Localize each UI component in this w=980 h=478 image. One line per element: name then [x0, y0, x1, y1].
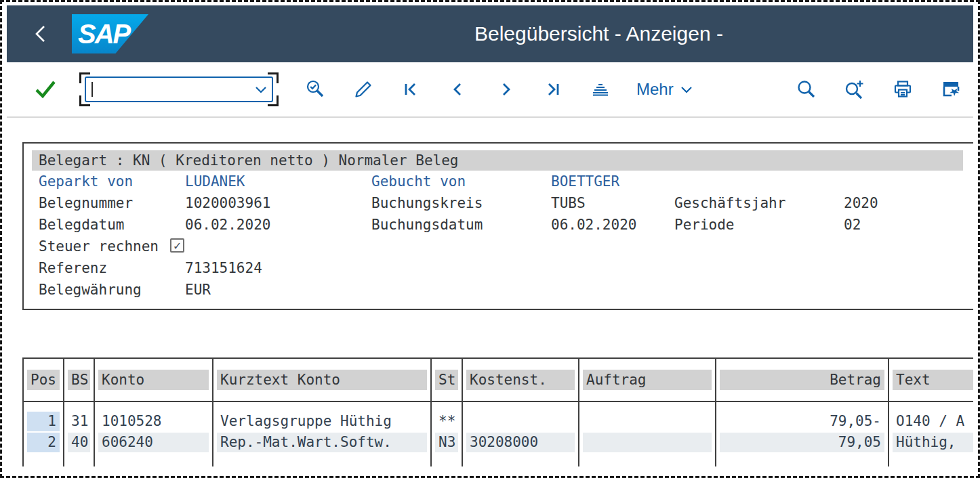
chevron-down-icon	[680, 83, 693, 96]
geparkt-von-value: LUDANEK	[185, 171, 245, 192]
next-page-icon[interactable]	[495, 79, 516, 100]
last-page-icon[interactable]	[543, 79, 563, 100]
cell-text[interactable]: O140 / A	[893, 412, 973, 431]
cell-bs[interactable]: 40	[68, 433, 90, 452]
column-header-kurztext[interactable]: Kurztext Konto	[217, 370, 427, 390]
toolbar: Mehr	[7, 62, 973, 118]
belegwaehrung-value: EUR	[185, 279, 211, 301]
column-header-kostenst[interactable]: Kostenst.	[466, 370, 575, 390]
table-clipped-row	[23, 453, 973, 466]
cell-konto[interactable]: 606240	[98, 433, 209, 452]
find-next-icon[interactable]	[844, 79, 865, 100]
display-overview-icon[interactable]	[306, 79, 326, 100]
column-header-betrag[interactable]: Betrag	[720, 370, 884, 390]
gebucht-von-label: Gebucht von	[371, 171, 466, 192]
cell-auftrag[interactable]	[583, 412, 712, 431]
referenz-label: Referenz	[39, 257, 107, 279]
column-header-bs[interactable]: BS	[68, 370, 90, 390]
geparkt-von-label: Geparkt von	[39, 171, 133, 192]
text-caret	[91, 82, 93, 97]
buchungsdatum-label: Buchungsdatum	[371, 214, 483, 236]
cell-betrag[interactable]: 79,05	[720, 433, 884, 452]
cell-text[interactable]: Hüthig,	[893, 433, 973, 452]
cell-kurztext[interactable]: Verlagsgruppe Hüthig	[217, 412, 427, 431]
cell-betrag[interactable]: 79,05-	[720, 412, 884, 431]
first-page-icon[interactable]	[401, 79, 421, 100]
cell-st[interactable]: N3	[435, 433, 458, 452]
toolbar-right-group	[796, 79, 961, 100]
back-chevron-icon[interactable]	[31, 24, 52, 44]
periode-label: Periode	[674, 214, 735, 236]
steuer-rechnen-checkbox[interactable]: ✓	[170, 238, 184, 253]
sap-logo-text: SAP	[72, 19, 129, 49]
buchungsdatum-value: 06.02.2020	[551, 214, 636, 236]
belegart-line: Belegart : KN ( Kreditoren netto ) Norma…	[32, 150, 963, 171]
cell-auftrag[interactable]	[583, 433, 712, 452]
belegwaehrung-label: Belegwährung	[39, 279, 142, 301]
column-header-auftrag[interactable]: Auftrag	[583, 370, 712, 390]
print-icon[interactable]	[893, 79, 913, 100]
command-field-focus-frame	[79, 72, 279, 106]
gebucht-von-value: BOETTGER	[551, 171, 619, 192]
column-header-text[interactable]: Text	[893, 370, 973, 390]
table-header-row: Pos BS Konto Kurztext Konto St Kostenst.…	[23, 358, 973, 401]
find-icon[interactable]	[796, 79, 817, 100]
table-row: 2 40 606240 Rep.-Mat.Wart.Softw. N3 3020…	[23, 432, 973, 453]
edit-pencil-icon[interactable]	[353, 79, 373, 100]
content-area: Belegart : KN ( Kreditoren netto ) Norma…	[7, 118, 973, 471]
column-header-st[interactable]: St	[435, 370, 458, 390]
table-spacer-row	[23, 401, 973, 411]
cell-konto[interactable]: 1010528	[98, 412, 209, 431]
column-header-konto[interactable]: Konto	[98, 370, 209, 390]
page-title: Belegübersicht - Anzeigen -	[474, 22, 723, 45]
belegdatum-label: Belegdatum	[39, 214, 124, 236]
more-button[interactable]: Mehr	[636, 80, 693, 99]
confirm-check-icon[interactable]	[34, 79, 57, 100]
referenz-value: 713151624	[185, 257, 262, 279]
document-header-box: Belegart : KN ( Kreditoren netto ) Norma…	[22, 142, 973, 310]
display-levels-icon[interactable]	[590, 79, 611, 100]
buchungskreis-value: TUBS	[551, 192, 586, 214]
column-header-pos[interactable]: Pos	[27, 370, 60, 390]
belegnummer-value: 1020003961	[185, 192, 270, 214]
cell-st[interactable]: **	[435, 412, 458, 431]
belegdatum-value: 06.02.2020	[185, 214, 270, 236]
table-row: 1 31 1010528 Verlagsgruppe Hüthig ** 79,…	[23, 411, 973, 432]
previous-page-icon[interactable]	[448, 79, 468, 100]
belegnummer-label: Belegnummer	[39, 192, 133, 214]
sap-logo: SAP	[72, 14, 148, 53]
cell-bs[interactable]: 31	[68, 412, 90, 431]
items-table: Pos BS Konto Kurztext Konto St Kostenst.…	[22, 357, 973, 466]
steuer-rechnen-label: Steuer rechnen	[39, 236, 159, 257]
geschaeftsjahr-label: Geschäftsjahr	[674, 192, 785, 214]
periode-value: 02	[844, 214, 861, 236]
command-field[interactable]	[85, 77, 273, 102]
new-window-favorite-icon[interactable]	[941, 79, 961, 100]
cell-kostenst[interactable]	[466, 412, 575, 431]
more-button-label: Mehr	[636, 80, 674, 99]
cell-kurztext[interactable]: Rep.-Mat.Wart.Softw.	[217, 433, 427, 452]
cell-kostenst[interactable]: 30208000	[466, 433, 575, 452]
command-input[interactable]	[86, 77, 253, 102]
cell-pos[interactable]: 1	[27, 412, 60, 431]
chevron-down-icon[interactable]	[253, 82, 268, 97]
cell-pos[interactable]: 2	[27, 433, 60, 452]
geschaeftsjahr-value: 2020	[844, 192, 878, 214]
screenshot-frame: SAP Belegübersicht - Anzeigen -	[0, 0, 980, 478]
buchungskreis-label: Buchungskreis	[371, 192, 483, 214]
app-header: SAP Belegübersicht - Anzeigen -	[7, 5, 973, 62]
